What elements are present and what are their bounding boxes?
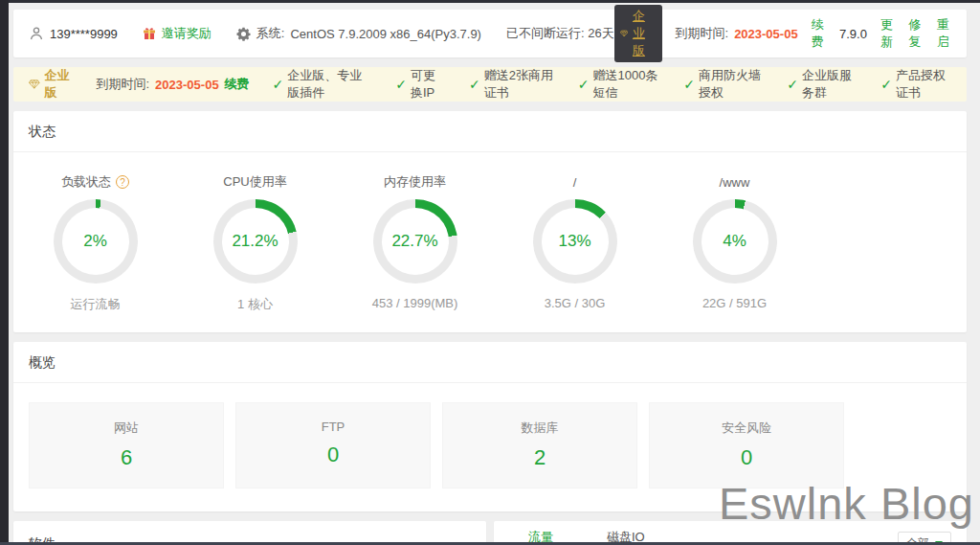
gauge-memory: 内存使用率 22.7% 453 / 1999(MB)	[335, 173, 495, 313]
gauge-label: /www	[720, 175, 750, 190]
banner-edition-label: 企业版	[45, 67, 74, 102]
user-phone: 139****9999	[50, 27, 118, 41]
gauge-value: 2%	[83, 232, 107, 251]
gauge-ring: 21.2%	[213, 199, 298, 284]
gauge-ring: 2%	[54, 199, 138, 284]
window-top-edge	[0, 0, 980, 3]
renew-link[interactable]: 续费	[812, 16, 826, 51]
overview-card-label: 安全风险	[650, 420, 843, 437]
overview-card-value: 2	[443, 445, 636, 470]
gauge-label: 内存使用率	[384, 173, 446, 191]
expire-label: 到期时间:	[676, 25, 729, 42]
expire-info: 到期时间: 2023-05-05	[676, 25, 798, 42]
gauge-label: CPU使用率	[223, 173, 286, 191]
banner-feature: ✓赠送2张商用证书	[469, 67, 555, 102]
feature-label: 赠送2张商用证书	[484, 67, 555, 102]
status-gauges: 负载状态? 2% 运行流畅 CPU使用率 21.2% 1 核心 内存使用率 22…	[13, 152, 967, 332]
feature-label: 产品授权证书	[896, 67, 951, 102]
invite-reward-label: 邀请奖励	[162, 25, 212, 42]
window-left-edge	[0, 0, 9, 545]
user-icon	[29, 26, 44, 41]
panel-version: 7.9.0	[839, 27, 867, 41]
overview-card-value: 6	[30, 445, 223, 470]
status-title: 状态	[13, 111, 967, 152]
overview-card-database[interactable]: 数据库 2	[442, 402, 637, 488]
update-link[interactable]: 更新	[880, 16, 895, 51]
check-icon: ✓	[578, 77, 590, 92]
gauge-value: 21.2%	[232, 232, 278, 251]
feature-label: 企业版、专业版插件	[287, 67, 372, 102]
overview-card-ftp[interactable]: FTP 0	[235, 402, 431, 488]
banner-feature: ✓企业版、专业版插件	[273, 67, 373, 102]
system-info: 系统: CentOS 7.9.2009 x86_64(Py3.7.9)	[236, 25, 481, 42]
gauge-disk-www: /www 4% 22G / 591G	[655, 173, 814, 313]
banner-expire: 到期时间: 2023-05-05 续费	[96, 76, 249, 93]
overview-title: 概览	[13, 342, 967, 383]
banner-feature: ✓产品授权证书	[880, 67, 951, 102]
edition-badge-label: 企业版	[633, 8, 654, 59]
banner-feature: ✓赠送1000条短信	[578, 67, 660, 102]
help-icon[interactable]: ?	[116, 175, 129, 189]
top-navbar: 139****9999 邀请奖励 系统: CentOS 7.9.2009 x86…	[13, 10, 967, 57]
banner-feature: ✓可更换IP	[395, 67, 446, 102]
uptime-text: 已不间断运行: 26天	[506, 25, 614, 42]
gauge-load: 负载状态? 2% 运行流畅	[15, 173, 175, 313]
system-value: CentOS 7.9.2009 x86_64(Py3.7.9)	[290, 27, 480, 41]
edition-badge[interactable]: 企业版	[614, 5, 662, 62]
overview-card-label: FTP	[236, 420, 430, 434]
overview-cards: 网站 6 FTP 0 数据库 2 安全风险 0	[13, 383, 967, 511]
gauge-label: 负载状态	[61, 173, 111, 191]
restart-link[interactable]: 重启	[937, 16, 951, 51]
diamond-icon	[620, 28, 628, 39]
gauge-caption: 运行流畅	[71, 296, 121, 313]
gauge-caption: 3.5G / 30G	[545, 296, 606, 310]
gauge-ring: 22.7%	[373, 199, 457, 284]
feature-label: 可更换IP	[411, 67, 446, 102]
repair-link[interactable]: 修复	[908, 16, 923, 51]
banner-feature: ✓商用防火墙授权	[683, 67, 764, 102]
gift-icon	[143, 27, 156, 40]
gauge-caption: 453 / 1999(MB)	[372, 296, 458, 310]
overview-section: 概览 网站 6 FTP 0 数据库 2 安全风险 0	[13, 342, 967, 511]
diamond-icon	[29, 79, 40, 90]
feature-label: 企业版服务群	[802, 67, 858, 102]
overview-card-sites[interactable]: 网站 6	[29, 402, 224, 488]
system-label: 系统:	[256, 25, 285, 42]
invite-reward-link[interactable]: 邀请奖励	[143, 25, 212, 42]
main-content: 139****9999 邀请奖励 系统: CentOS 7.9.2009 x86…	[13, 10, 967, 545]
check-icon: ✓	[273, 77, 284, 92]
gauge-caption: 1 核心	[237, 296, 273, 313]
overview-card-value: 0	[650, 445, 843, 470]
check-icon: ✓	[683, 77, 695, 92]
check-icon: ✓	[469, 77, 480, 92]
gauge-cpu: CPU使用率 21.2% 1 核心	[175, 173, 335, 313]
gauge-value: 4%	[723, 232, 746, 251]
overview-card-value: 0	[236, 443, 430, 467]
gauge-ring: 4%	[693, 199, 777, 284]
gauge-disk-root: / 13% 3.5G / 30G	[495, 173, 655, 313]
check-icon: ✓	[880, 77, 892, 92]
check-icon: ✓	[395, 77, 407, 92]
overview-card-label: 数据库	[443, 420, 636, 437]
banner-expire-date: 2023-05-05	[155, 78, 219, 92]
gauge-value: 22.7%	[391, 232, 437, 251]
gauge-value: 13%	[558, 232, 590, 251]
banner-renew-link[interactable]: 续费	[225, 76, 250, 93]
check-icon: ✓	[787, 77, 798, 92]
gauge-ring: 13%	[533, 199, 617, 284]
status-section: 状态 负载状态? 2% 运行流畅 CPU使用率 21.2% 1 核心 内存使用率…	[13, 111, 967, 332]
gauge-caption: 22G / 591G	[702, 296, 767, 310]
gear-icon	[236, 27, 251, 41]
enterprise-banner: 企业版 到期时间: 2023-05-05 续费 ✓企业版、专业版插件 ✓可更换I…	[13, 67, 967, 102]
banner-feature: ✓企业版服务群	[787, 67, 858, 102]
gauge-label: /	[573, 175, 577, 190]
uptime: 已不间断运行: 26天	[506, 25, 614, 42]
feature-label: 商用防火墙授权	[699, 67, 764, 102]
expire-date: 2023-05-05	[734, 27, 798, 41]
banner-expire-label: 到期时间:	[96, 76, 149, 93]
banner-edition: 企业版	[29, 67, 73, 102]
overview-card-label: 网站	[30, 420, 223, 437]
feature-label: 赠送1000条短信	[593, 67, 661, 102]
user-account[interactable]: 139****9999	[29, 26, 118, 41]
overview-card-security[interactable]: 安全风险 0	[649, 402, 844, 488]
